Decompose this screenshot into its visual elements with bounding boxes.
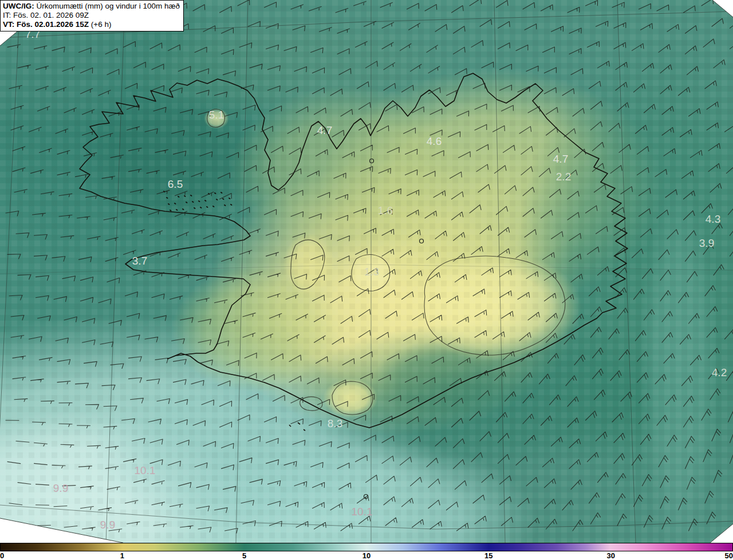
colorbar-tick: 10 <box>362 551 371 560</box>
colorbar-tick: 5 <box>242 551 246 560</box>
valid-time-line: VT: Fös. 02.01.2026 15Z (+6 h) <box>3 20 180 29</box>
map-area: 7.75.14.74.64.72.26.51.64.33.93.71.34.28… <box>0 0 733 543</box>
map-value-label: 4.7 <box>553 153 568 165</box>
map-value-label: 8.3 <box>328 417 342 429</box>
map-value-label: 1.3 <box>364 266 379 278</box>
model-id: UWC/IG: <box>3 2 34 10</box>
wind-barb <box>38 525 51 526</box>
colorbar-tick: 1 <box>120 551 124 560</box>
colorbar-tick-labels: 01510153050 <box>0 551 733 560</box>
colorbar-tick: 15 <box>484 551 492 560</box>
product-title-line: UWC/IG: Úrkomumætti (mm) og vindur i 100… <box>3 2 180 11</box>
map-value-label: 4.2 <box>712 366 727 378</box>
product-title: Úrkomumætti (mm) og vindur i 100m hæð <box>34 2 180 10</box>
map-value-label: 9.9 <box>53 482 68 494</box>
map-value-label: 3.9 <box>699 237 714 249</box>
title-box: UWC/IG: Úrkomumætti (mm) og vindur i 100… <box>0 0 184 31</box>
colorbar-tick: 30 <box>606 551 614 560</box>
weather-map-screen: 7.75.14.74.64.72.26.51.64.33.93.71.34.28… <box>0 0 733 560</box>
map-value-label: 1.6 <box>378 204 393 216</box>
colorbar-gradient <box>0 543 733 551</box>
init-time-line: IT: Fös. 02. 01. 2026 09Z <box>3 11 180 20</box>
map-value-label: 2.2 <box>556 171 571 183</box>
map-value-label: 4.7 <box>317 124 332 136</box>
weather-map-canvas: 7.75.14.74.64.72.26.51.64.33.93.71.34.28… <box>0 0 733 543</box>
map-value-label: 4.3 <box>706 213 720 225</box>
map-value-label: 4.6 <box>427 135 442 147</box>
map-value-label: 9.9 <box>100 519 115 531</box>
map-value-label: 5.1 <box>209 109 224 121</box>
map-value-label: 3.7 <box>132 255 147 267</box>
colorbar: 01510153050 <box>0 543 733 560</box>
map-value-label: 10.1 <box>352 506 373 518</box>
map-value-label: 10.1 <box>135 464 156 476</box>
colorbar-tick: 0 <box>0 551 4 560</box>
map-value-label: 6.5 <box>168 178 183 190</box>
colorbar-tick: 50 <box>725 551 733 560</box>
